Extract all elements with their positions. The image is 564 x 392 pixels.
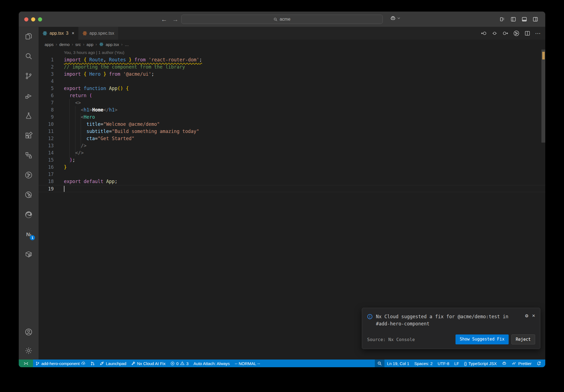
info-icon (367, 314, 373, 328)
code-line-3[interactable]: 3import { Hero } from '@acme/ui'; (39, 70, 545, 78)
macos-close-button[interactable] (24, 17, 28, 21)
encoding-item[interactable]: UTF-8 (435, 360, 452, 367)
copilot-icon[interactable] (390, 15, 396, 21)
breadcrumb-item[interactable]: src (75, 42, 81, 47)
code-line-19[interactable]: 19 (39, 185, 545, 192)
code-text: // importing the component from the libr… (64, 63, 185, 70)
macos-minimize-button[interactable] (31, 17, 35, 21)
history-back-icon[interactable] (481, 30, 487, 36)
code-editor[interactable]: You, 3 hours ago | 1 author (You) 1impor… (39, 49, 545, 360)
tab-close-icon[interactable]: × (72, 31, 74, 36)
notifications-bell-item[interactable] (534, 360, 544, 367)
bell-icon (536, 361, 541, 366)
cursor-position-item[interactable]: Ln 19, Col 1 (384, 360, 412, 367)
notification-source: Source: Nx Console (367, 337, 415, 342)
run-debug-icon[interactable] (24, 91, 33, 100)
code-line-4[interactable]: 4 (39, 78, 545, 85)
code-line-8[interactable]: 8 <h1>Home</h1> (39, 106, 545, 113)
auto-attach-item[interactable]: Auto Attach: Always (191, 360, 232, 367)
notification-close-icon[interactable]: ✕ (532, 313, 535, 318)
nx-cloud-fix-item[interactable]: Nx Cloud AI Fix (129, 360, 168, 367)
code-line-10[interactable]: 10 title="Welcmoe @acme/demo" (39, 121, 545, 128)
search-sidebar-icon[interactable] (24, 52, 33, 61)
zoom-out-icon (377, 361, 382, 366)
launchpad-item[interactable]: Launchpad (97, 360, 129, 367)
navigate-forward-button[interactable]: → (172, 16, 178, 23)
explorer-icon[interactable] (24, 32, 33, 41)
line-number: 1 (39, 56, 54, 63)
settings-gear-icon[interactable] (24, 346, 33, 355)
code-line-14[interactable]: 14 </> (39, 149, 545, 156)
breadcrumb-item[interactable]: apps (45, 42, 54, 47)
code-line-6[interactable]: 6 return ( (39, 92, 545, 99)
tab-label: app.spec.tsx (90, 31, 114, 36)
code-line-11[interactable]: 11 subtitle="Build something amazing tod… (39, 128, 545, 135)
text-cursor (64, 186, 64, 192)
code-line-9[interactable]: 9 <Hero (39, 113, 545, 121)
problems-item[interactable]: 0 3 (168, 360, 191, 367)
code-text: import { Route, Routes } from 'react-rou… (64, 56, 202, 63)
customize-layout-icon[interactable] (500, 17, 505, 22)
copilot-status-item[interactable] (499, 360, 509, 367)
tab-app-tsx[interactable]: app.tsx 3 × (39, 27, 78, 40)
extensions-icon[interactable] (24, 131, 33, 140)
code-line-17[interactable]: 17 (39, 171, 545, 178)
line-number: 12 (39, 135, 54, 142)
code-text: <> (64, 99, 81, 106)
scrollbar-slider[interactable] (541, 50, 545, 143)
account-icon[interactable] (24, 328, 33, 336)
toggle-panel-icon[interactable] (522, 17, 527, 22)
history-forward-icon[interactable] (502, 30, 508, 36)
breadcrumb-item[interactable]: app (86, 42, 93, 47)
navigate-back-button[interactable]: ← (161, 16, 167, 23)
remote-indicator[interactable] (19, 360, 33, 367)
references-icon[interactable] (24, 151, 33, 160)
run-project-icon[interactable] (513, 30, 520, 37)
zoom-indicator-item[interactable] (375, 360, 384, 367)
code-line-5[interactable]: 5export function App() { (39, 85, 545, 92)
source-control-icon[interactable] (24, 72, 33, 80)
code-text: <h1>Home</h1> (64, 106, 118, 113)
split-editor-icon[interactable] (524, 30, 530, 36)
code-line-13[interactable]: 13 /> (39, 142, 545, 149)
code-line-16[interactable]: 16} (39, 164, 545, 171)
copilot-icon (502, 361, 507, 366)
code-line-1[interactable]: 1import { Route, Routes } from 'react-ro… (39, 56, 545, 63)
reject-button[interactable]: Reject (511, 334, 535, 344)
gitlens-search-icon[interactable] (24, 190, 33, 199)
code-line-18[interactable]: 18export default App; (39, 178, 545, 185)
gitlens-compare-item[interactable] (88, 360, 97, 367)
code-line-2[interactable]: 2// importing the component from the lib… (39, 63, 545, 70)
editor-scrollbar[interactable] (541, 49, 545, 360)
toggle-secondary-sidebar-icon[interactable] (533, 17, 538, 22)
language-mode-item[interactable]: {} TypeScript JSX (462, 360, 499, 367)
code-line-15[interactable]: 15 ); (39, 156, 545, 164)
line-number: 19 (39, 185, 54, 192)
breadcrumb-symbol-more[interactable]: … (125, 42, 129, 47)
chevron-down-icon[interactable] (397, 17, 400, 20)
notification-settings-icon[interactable]: ⚙ (525, 313, 528, 318)
code-line-7[interactable]: 7 <> (39, 99, 545, 106)
command-center[interactable]: acme (181, 15, 383, 24)
nx-console-icon[interactable]: N› 1 (24, 230, 33, 239)
code-text: import { Hero } from '@acme/ui'; (64, 70, 154, 78)
formatter-item[interactable]: ✓✓ Prettier (509, 360, 534, 367)
testing-icon[interactable] (24, 111, 33, 120)
indentation-item[interactable]: Spaces: 2 (412, 360, 435, 367)
history-current-icon[interactable] (492, 30, 498, 36)
more-actions-icon[interactable]: ⋯ (535, 30, 541, 37)
edge-devtools-icon[interactable] (24, 210, 33, 219)
line-number: 4 (39, 78, 54, 85)
show-suggested-fix-button[interactable]: Show Suggested Fix (455, 334, 509, 344)
toggle-primary-sidebar-icon[interactable] (511, 17, 516, 22)
git-branch-item[interactable]: add-hero-component (33, 360, 88, 367)
commit-graph-icon[interactable] (24, 171, 33, 179)
eol-item[interactable]: LF (452, 360, 462, 367)
breadcrumb-item[interactable]: demo (59, 42, 70, 47)
tab-app-spec-tsx[interactable]: app.spec.tsx (78, 27, 118, 40)
code-line-12[interactable]: 12 cta="Get Started" (39, 135, 545, 142)
vim-mode-item[interactable]: -- NORMAL -- (232, 360, 262, 367)
breadcrumb-file[interactable]: app.tsx (106, 42, 119, 47)
macos-zoom-button[interactable] (38, 17, 42, 21)
containers-icon[interactable] (24, 250, 33, 259)
